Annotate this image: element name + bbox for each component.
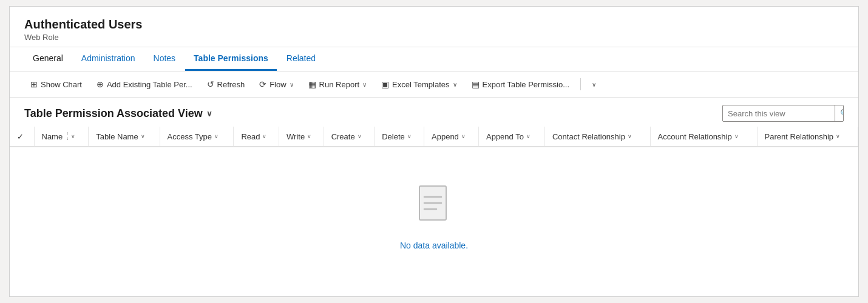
flow-button[interactable]: ⟳ Flow ∨ [253,76,299,92]
col-read[interactable]: Read ∨ [234,127,279,147]
excel-templates-label: Excel Templates [392,80,449,89]
excel-templates-icon: ▣ [381,79,389,89]
view-header: Table Permission Associated View ∨ 🔍 [10,98,858,127]
search-box: 🔍 [722,105,844,122]
flow-chevron-icon: ∨ [290,81,294,88]
search-button[interactable]: 🔍 [835,105,844,121]
page-container: Authenticated Users Web Role General Adm… [9,6,859,297]
flow-icon: ⟳ [259,79,266,89]
col-parent-relationship[interactable]: Parent Relationship ∨ [757,127,858,147]
col-access-type-chevron-icon: ∨ [214,133,219,139]
col-write[interactable]: Write ∨ [279,127,324,147]
table-header-row: ✓ Name ↑ ↓ ∨ [10,127,858,147]
export-table-icon: ▤ [472,79,480,89]
tab-table-permissions[interactable]: Table Permissions [185,47,277,71]
col-create-chevron-icon: ∨ [358,133,362,139]
empty-icon [415,184,453,233]
empty-text: No data available. [400,241,468,250]
record-title: Authenticated Users [24,18,844,32]
run-report-button[interactable]: ▦ Run Report ∨ [302,76,373,92]
run-report-icon: ▦ [308,79,316,89]
search-input[interactable] [723,106,835,121]
toolbar-separator [580,78,581,90]
record-header: Authenticated Users Web Role [10,7,858,47]
show-chart-button[interactable]: ⊞ Show Chart [24,76,88,92]
add-existing-label: Add Existing Table Per... [107,80,192,89]
col-create[interactable]: Create ∨ [324,127,375,147]
view-title-text: Table Permission Associated View [24,107,203,120]
col-account-relationship[interactable]: Account Relationship ∨ [650,127,757,147]
toolbar: ⊞ Show Chart ⊕ Add Existing Table Per...… [10,72,858,98]
show-chart-icon: ⊞ [30,79,38,89]
col-access-type[interactable]: Access Type ∨ [160,127,234,147]
col-parent-rel-chevron-icon: ∨ [836,133,840,139]
col-delete[interactable]: Delete ∨ [375,127,424,147]
name-sort-arrows: ↑ ↓ [66,132,69,141]
excel-templates-button[interactable]: ▣ Excel Templates ∨ [375,76,463,92]
export-table-button[interactable]: ▤ Export Table Permissio... [466,76,576,92]
col-append-to[interactable]: Append To ∨ [478,127,544,147]
col-write-chevron-icon: ∨ [307,133,311,139]
tab-general[interactable]: General [24,47,72,71]
excel-templates-chevron-icon: ∨ [453,81,457,88]
col-table-name[interactable]: Table Name ∨ [89,127,160,147]
col-contact-relationship[interactable]: Contact Relationship ∨ [544,127,650,147]
view-title: Table Permission Associated View ∨ [24,107,212,120]
tab-related[interactable]: Related [278,47,324,71]
run-report-chevron-icon: ∨ [362,81,367,88]
col-checkbox[interactable]: ✓ [10,127,34,147]
col-append[interactable]: Append ∨ [424,127,479,147]
col-append-to-chevron-icon: ∨ [526,133,531,139]
col-table-name-chevron-icon: ∨ [141,133,145,139]
refresh-label: Refresh [217,80,245,89]
show-chart-label: Show Chart [41,80,82,89]
refresh-button[interactable]: ↺ Refresh [201,76,251,92]
col-read-chevron-icon: ∨ [262,133,266,139]
empty-state: No data available. [10,147,858,287]
flow-label: Flow [270,80,286,89]
col-account-rel-chevron-icon: ∨ [734,133,739,139]
export-table-label: Export Table Permissio... [483,80,570,89]
data-table: ✓ Name ↑ ↓ ∨ [10,127,858,147]
view-title-chevron-icon[interactable]: ∨ [206,109,212,118]
col-name-chevron-icon: ∨ [71,133,75,139]
col-contact-rel-chevron-icon: ∨ [628,133,632,139]
col-delete-chevron-icon: ∨ [407,133,412,139]
select-all-checkbox[interactable]: ✓ [17,132,24,141]
table-container: ✓ Name ↑ ↓ ∨ [10,127,858,296]
refresh-icon: ↺ [207,79,214,89]
add-existing-icon: ⊕ [97,79,104,89]
add-existing-button[interactable]: ⊕ Add Existing Table Per... [90,76,198,92]
more-options-icon: ∨ [592,81,596,88]
tabs-bar: General Administration Notes Table Permi… [10,47,858,72]
col-name[interactable]: Name ↑ ↓ ∨ [34,127,89,147]
col-append-chevron-icon: ∨ [461,133,466,139]
record-subtitle: Web Role [24,33,844,42]
more-options-button[interactable]: ∨ [586,78,602,91]
tab-notes[interactable]: Notes [145,47,185,71]
run-report-label: Run Report [319,80,359,89]
tab-administration[interactable]: Administration [73,47,144,71]
search-icon: 🔍 [840,108,844,118]
